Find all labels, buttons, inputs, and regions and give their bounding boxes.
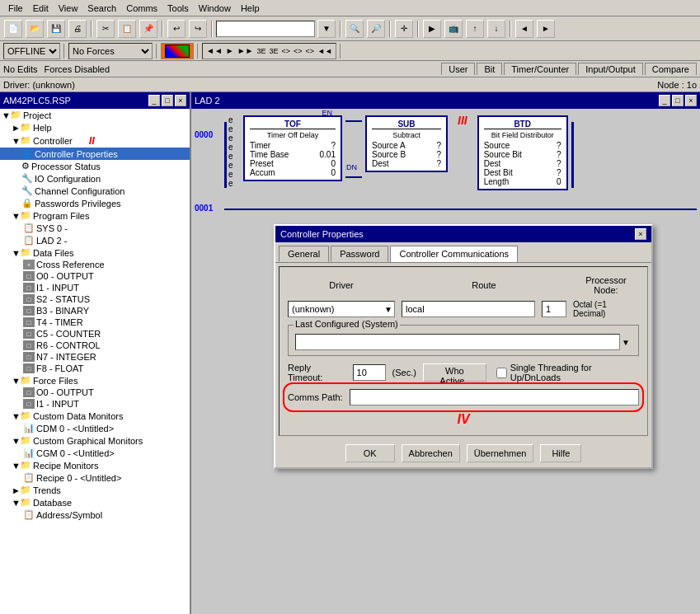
rung-3e2[interactable]: 3E — [270, 47, 279, 55]
lad-minimize[interactable]: _ — [659, 95, 670, 106]
tree-b3[interactable]: □ B3 - BINARY — [0, 305, 190, 316]
tree-force-i1[interactable]: □ I1 - INPUT — [0, 398, 190, 410]
expand-force[interactable]: ▼ — [12, 376, 18, 386]
tree-database[interactable]: ▼ 📁 Database — [0, 496, 190, 509]
tree-c5[interactable]: □ C5 - COUNTER — [0, 328, 190, 340]
tab-timer-counter[interactable]: Timer/Counter — [504, 63, 576, 75]
rung-prev[interactable]: ◄◄ — [206, 46, 223, 55]
tab-controller-comms[interactable]: Controller Communications — [390, 246, 518, 262]
forces-dropdown[interactable]: No Forces Forces Disabled — [68, 43, 153, 59]
rung-lr1[interactable]: <> — [282, 47, 291, 55]
tab-user[interactable]: User — [441, 63, 475, 75]
tab-bit[interactable]: Bit — [477, 63, 502, 75]
tree-passwords[interactable]: 🔒 Passwords Privileges — [0, 197, 190, 209]
tab-input-output[interactable]: Input/Output — [578, 63, 643, 75]
redo-btn[interactable]: ↪ — [189, 20, 207, 38]
expand-database[interactable]: ▼ — [12, 498, 18, 508]
menu-tools[interactable]: Tools — [162, 2, 194, 15]
expand-project[interactable]: ▼ — [2, 110, 8, 120]
tree-controller[interactable]: ▼ 📁 Controller II — [0, 134, 190, 148]
who-active-btn[interactable]: Who Active.. — [423, 363, 486, 382]
dialog-close-btn[interactable]: × — [635, 228, 646, 240]
rung-start[interactable]: ◄◄ — [317, 47, 332, 55]
rung-next[interactable]: ►► — [237, 46, 254, 55]
route-input[interactable] — [402, 301, 535, 317]
menu-file[interactable]: File — [3, 2, 28, 15]
tab-password[interactable]: Password — [331, 246, 388, 262]
tree-recipe[interactable]: ▼ 📁 Recipe Monitors — [0, 459, 190, 471]
tree-force-o0[interactable]: □ O0 - OUTPUT — [0, 387, 190, 398]
tree-s2[interactable]: □ S2 - STATUS — [0, 293, 190, 305]
tree-processor-status[interactable]: ⚙ Processor Status — [0, 160, 190, 172]
tree-custom-graphical[interactable]: ▼ 📁 Custom Graphical Monitors — [0, 434, 190, 447]
expand-recipe[interactable]: ▼ — [12, 461, 18, 471]
menu-comms[interactable]: Comms — [121, 2, 162, 15]
tree-io-config[interactable]: 🔧 IO Configuration — [0, 172, 190, 185]
tree-i1[interactable]: □ I1 - INPUT — [0, 282, 190, 293]
tree-cgm0[interactable]: 📊 CGM 0 - <Untitled> — [0, 447, 190, 459]
tree-container[interactable]: ▼ 📁 Project ► 📁 Help ▼ 📁 Controller II — [0, 109, 190, 614]
tree-cross-ref[interactable]: + Cross Reference — [0, 259, 190, 270]
menu-window[interactable]: Window — [194, 2, 236, 15]
minimize-btn[interactable]: _ — [148, 95, 160, 106]
save-btn[interactable]: 💾 — [47, 20, 65, 38]
find2-btn[interactable]: 🔎 — [367, 20, 385, 38]
rung-fwd[interactable]: ► — [226, 46, 234, 55]
expand-trends[interactable]: ► — [12, 485, 18, 495]
tree-lad2[interactable]: 📋 LAD 2 - — [0, 234, 190, 246]
tree-channel-config[interactable]: 🔧 Channel Configuration — [0, 185, 190, 197]
menu-help[interactable]: Help — [236, 2, 265, 15]
open-btn[interactable]: 📂 — [26, 20, 44, 38]
tree-t4[interactable]: □ T4 - TIMER — [0, 316, 190, 328]
tree-sys0[interactable]: 📋 SYS 0 - — [0, 222, 190, 234]
menu-edit[interactable]: Edit — [28, 2, 54, 15]
path-input[interactable] — [216, 21, 315, 37]
comms-path-input[interactable] — [350, 389, 639, 405]
undo-btn[interactable]: ↩ — [167, 20, 186, 38]
menu-view[interactable]: View — [54, 2, 83, 15]
expand-program[interactable]: ▼ — [12, 211, 18, 221]
apply-btn[interactable]: Übernehmen — [467, 444, 534, 462]
tree-controller-properties[interactable]: 👤 Controller Properties — [0, 148, 190, 160]
rung-3e1[interactable]: 3E — [257, 47, 266, 55]
upload-btn[interactable]: ↑ — [466, 20, 484, 38]
last-configured-arrow[interactable]: ▼ — [620, 338, 632, 347]
tree-trends[interactable]: ► 📁 Trends — [0, 484, 190, 496]
menu-search[interactable]: Search — [82, 2, 121, 15]
mode-dropdown[interactable]: OFFLINE ONLINE — [3, 43, 60, 59]
lad-close[interactable]: × — [685, 95, 697, 106]
cross-btn[interactable]: ✛ — [395, 20, 413, 38]
last-configured-input[interactable] — [295, 334, 620, 350]
lad-maximize[interactable]: □ — [672, 95, 684, 106]
close-panel-btn[interactable]: × — [175, 95, 186, 106]
ok-btn[interactable]: OK — [345, 444, 395, 462]
tree-custom-data[interactable]: ▼ 📁 Custom Data Monitors — [0, 410, 190, 422]
back-btn[interactable]: ◄ — [515, 20, 533, 38]
help-btn[interactable]: Hilfe — [540, 444, 581, 462]
cut-btn[interactable]: ✂ — [96, 20, 115, 38]
cancel-btn[interactable]: Abbrechen — [402, 444, 460, 462]
rung-lr3[interactable]: <> — [306, 47, 315, 55]
find-btn[interactable]: 🔍 — [345, 20, 364, 38]
expand-data[interactable]: ▼ — [12, 248, 18, 258]
tree-address[interactable]: 📋 Address/Symbol — [0, 509, 190, 521]
proc-node-input[interactable] — [542, 301, 566, 317]
tree-data-files[interactable]: ▼ 📁 Data Files — [0, 246, 190, 259]
tree-n7[interactable]: □ N7 - INTEGER — [0, 351, 190, 363]
paste-btn[interactable]: 📌 — [139, 20, 157, 38]
driver-dropdown-arrow[interactable]: ▼ — [383, 305, 394, 314]
fwd-btn[interactable]: ► — [537, 20, 555, 38]
play-btn[interactable]: ▶ — [423, 20, 441, 38]
expand-cgm[interactable]: ▼ — [12, 436, 18, 446]
tree-recipe0[interactable]: 📋 Recipe 0 - <Untitled> — [0, 471, 190, 484]
tree-cdm0[interactable]: 📊 CDM 0 - <Untitled> — [0, 422, 190, 434]
tab-general[interactable]: General — [279, 246, 329, 262]
tree-r6[interactable]: □ R6 - CONTROL — [0, 340, 190, 351]
single-threading-checkbox[interactable] — [496, 368, 507, 378]
tree-f8[interactable]: □ F8 - FLOAT — [0, 363, 190, 374]
tree-o0[interactable]: □ O0 - OUTPUT — [0, 270, 190, 282]
monitor-btn[interactable]: 📺 — [444, 20, 463, 38]
tree-program-files[interactable]: ▼ 📁 Program Files — [0, 209, 190, 222]
tab-compare[interactable]: Compare — [645, 63, 697, 75]
expand-controller[interactable]: ▼ — [12, 136, 18, 146]
